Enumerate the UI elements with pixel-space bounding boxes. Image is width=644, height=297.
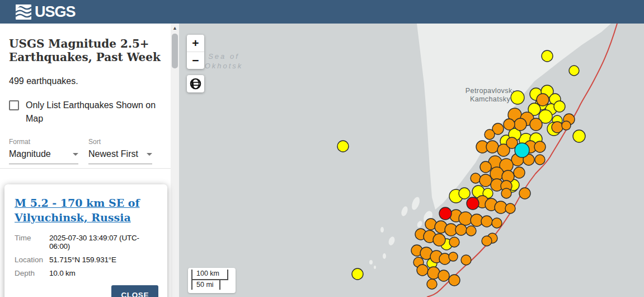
format-select-value: Magnitude — [9, 149, 51, 159]
earthquake-marker[interactable] — [466, 226, 476, 236]
earthquake-marker[interactable] — [455, 224, 467, 235]
list-divider — [0, 168, 171, 169]
earthquake-marker[interactable] — [530, 118, 542, 131]
earthquake-marker[interactable] — [537, 94, 549, 106]
earthquake-marker[interactable] — [573, 130, 585, 142]
earthquake-marker[interactable] — [481, 216, 492, 227]
usgs-logo[interactable]: USGS — [16, 3, 76, 21]
map-scale-control: 100 km 50 mi — [188, 268, 236, 293]
format-select-label: Format — [9, 138, 78, 146]
earthquake-marker[interactable] — [514, 167, 525, 178]
format-select[interactable]: Format Magnitude — [9, 138, 78, 164]
usgs-logo-text: USGS — [35, 3, 76, 21]
app-header: USGS — [0, 0, 644, 24]
earthquake-marker[interactable] — [449, 252, 458, 261]
detail-value: 2025-07-30 13:49:07 (UTC-06:00) — [49, 234, 158, 250]
earthquake-detail-popup: M 5.2 - 170 km SE of Vilyuchinsk, Russia… — [4, 184, 167, 297]
earthquake-marker[interactable] — [535, 155, 545, 165]
earthquake-marker[interactable] — [337, 141, 349, 152]
sort-select-value: Newest First — [88, 149, 138, 159]
checkbox-label: Only List Earthquakes Shown on Map — [26, 99, 163, 126]
earthquake-marker[interactable] — [492, 218, 502, 228]
earthquake-marker[interactable] — [461, 255, 471, 265]
detail-label: Depth — [15, 269, 49, 277]
earthquake-marker[interactable] — [504, 119, 515, 130]
chevron-down-icon — [73, 153, 78, 156]
earthquake-marker[interactable] — [467, 197, 479, 210]
detail-label: Time — [15, 234, 49, 250]
panel-title: USGS Magnitude 2.5+ Earthquakes, Past We… — [0, 24, 179, 64]
globe-layers-button[interactable] — [187, 75, 204, 92]
earthquake-marker[interactable] — [562, 121, 571, 130]
earthquake-marker[interactable] — [427, 279, 437, 289]
sort-select[interactable]: Sort Newest First — [88, 138, 152, 164]
earthquake-marker[interactable] — [480, 161, 491, 173]
earthquake-marker[interactable] — [542, 50, 553, 62]
earthquake-marker[interactable] — [439, 207, 452, 220]
event-title-link[interactable]: M 5.2 - 170 km SE of Vilyuchinsk, Russia — [15, 196, 140, 225]
earthquake-marker[interactable] — [471, 173, 481, 183]
detail-row-location: Location 51.715°N 159.931°E — [15, 256, 158, 264]
earthquake-marker[interactable] — [569, 66, 579, 76]
earthquake-marker[interactable] — [519, 188, 530, 199]
earthquake-marker[interactable] — [514, 118, 527, 131]
close-button[interactable]: CLOSE — [111, 285, 158, 297]
sidebar-scrollbar[interactable]: ▲ — [171, 24, 179, 297]
scrollbar-thumb[interactable] — [172, 34, 178, 68]
only-list-shown-checkbox-row[interactable]: Only List Earthquakes Shown on Map — [0, 86, 179, 126]
map-panel[interactable]: Sea of Okhotsk Petropavlovsk- Kamchatsky… — [179, 24, 644, 297]
scale-mi: 50 mi — [191, 280, 220, 290]
zoom-in-button[interactable]: + — [187, 35, 204, 52]
earthquake-marker[interactable] — [433, 234, 445, 246]
usgs-wave-icon — [16, 4, 31, 20]
sea-of-okhotsk-label: Sea of Okhotsk — [196, 52, 252, 71]
zoom-out-button[interactable]: − — [187, 52, 204, 69]
petropavlovsk-label: Petropavlovsk- Kamchatsky — [453, 87, 527, 104]
zoom-control: + − — [187, 35, 204, 69]
detail-value: 51.715°N 159.931°E — [49, 256, 116, 264]
detail-row-depth: Depth 10.0 km — [15, 269, 158, 277]
detail-row-time: Time 2025-07-30 13:49:07 (UTC-06:00) — [15, 234, 158, 250]
earthquake-marker[interactable] — [459, 212, 472, 225]
earthquake-marker[interactable] — [534, 141, 546, 152]
scale-km: 100 km — [191, 270, 228, 280]
earthquake-marker[interactable] — [505, 203, 515, 214]
chevron-down-icon — [147, 153, 152, 156]
earthquake-marker[interactable] — [480, 174, 492, 187]
scrollbar-up-arrow[interactable]: ▲ — [171, 24, 179, 33]
earthquake-marker[interactable] — [352, 268, 363, 280]
sort-select-label: Sort — [88, 138, 152, 146]
earthquake-marker[interactable] — [449, 275, 460, 286]
earthquake-marker[interactable] — [482, 236, 492, 246]
earthquake-marker[interactable] — [554, 101, 565, 112]
selected-earthquake-marker[interactable] — [515, 143, 529, 157]
earthquake-marker[interactable] — [438, 270, 449, 281]
earthquake-count: 499 earthquakes. — [0, 64, 179, 86]
earthquake-marker[interactable] — [449, 237, 459, 247]
detail-value: 10.0 km — [49, 269, 76, 277]
earthquake-marker[interactable] — [459, 188, 470, 199]
globe-icon — [190, 78, 201, 90]
earthquake-marker[interactable] — [501, 188, 511, 198]
earthquake-marker[interactable] — [486, 141, 499, 153]
checkbox[interactable] — [9, 100, 19, 110]
earthquake-marker[interactable] — [552, 122, 563, 133]
earthquake-marker[interactable] — [417, 264, 428, 276]
earthquake-marker[interactable] — [485, 129, 495, 140]
detail-label: Location — [15, 256, 49, 264]
